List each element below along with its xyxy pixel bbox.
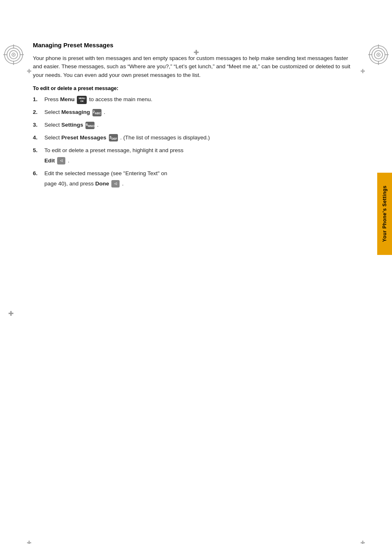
step-6-number: 6. — [33, 169, 44, 178]
step-5-key: ◁ — [57, 157, 65, 164]
step-3-key: 6MNO — [85, 122, 95, 129]
step-4-key: 3DEF — [109, 134, 118, 141]
step-5-content: To edit or delete a preset message, high… — [44, 146, 183, 155]
step-3-content: Select Settings 6MNO . — [44, 121, 351, 130]
page: ✚ ✚ ✚ ✚ ✚ ✚ ✚ Your Phone's Settings Mana… — [0, 41, 392, 544]
content-area: Managing Preset Messages Your phone is p… — [33, 41, 351, 234]
corner-decoration-tr — [368, 44, 389, 67]
step-4-bold: Preset Messages — [61, 134, 106, 141]
step-4: 4. Select Preset Messages 3DEF . (The li… — [33, 134, 351, 142]
key-3-label: 3DEF — [109, 136, 117, 140]
step-2: 2. Select Messaging 2ABC . — [33, 108, 351, 117]
step-3-number: 3. — [33, 121, 44, 130]
key-6-label: 6MNO — [86, 123, 95, 127]
step-1-key: MENU OK — [77, 96, 87, 104]
key-2-label: 2ABC — [93, 110, 101, 115]
crosshair-top: ✚ — [194, 49, 199, 56]
key-done-label: ◁ — [114, 182, 117, 185]
step-1-number: 1. — [33, 95, 44, 104]
steps-list: 1. Press Menu MENU OK to access the main… — [33, 95, 351, 188]
step-1-bold: Menu — [60, 96, 74, 102]
step-6-content: Edit the selected message (see "Entering… — [44, 169, 167, 178]
step-2-bold: Messaging — [61, 109, 90, 115]
side-tab-label: Your Phone's Settings — [382, 185, 387, 242]
side-tab: Your Phone's Settings — [377, 173, 392, 255]
section-heading: Managing Preset Messages — [33, 41, 351, 49]
step-1-content: Press Menu MENU OK to access the main me… — [44, 95, 351, 104]
step-2-content: Select Messaging 2ABC . — [44, 108, 351, 117]
crosshair-left: ✚ — [8, 309, 14, 317]
svg-point-4 — [13, 54, 14, 56]
inner-cross-bl: ✚ — [27, 539, 32, 544]
inner-cross-br: ✚ — [360, 539, 365, 544]
step-2-number: 2. — [33, 108, 44, 117]
key-menu-line2: OK — [80, 100, 83, 103]
step-1: 1. Press Menu MENU OK to access the main… — [33, 95, 351, 104]
instruction-heading: To edit or delete a preset message: — [33, 86, 351, 91]
step-6-row: 6. Edit the selected message (see "Enter… — [33, 169, 167, 178]
corner-decoration-tl — [3, 44, 24, 67]
step-5-bold: Edit — [44, 157, 55, 164]
step-4-number: 4. — [33, 134, 44, 142]
step-3-bold: Settings — [61, 122, 83, 128]
key-menu-line1: MENU — [78, 97, 85, 100]
inner-cross-tr: ✚ — [360, 68, 365, 74]
step-5: 5. To edit or delete a preset message, h… — [33, 146, 351, 165]
intro-paragraph: Your phone is preset with ten messages a… — [33, 54, 351, 80]
step-2-key: 2ABC — [92, 109, 101, 116]
step-4-content: Select Preset Messages 3DEF . (The list … — [44, 134, 351, 142]
step-5-row: 5. To edit or delete a preset message, h… — [33, 146, 183, 155]
inner-cross-tl: ✚ — [27, 68, 32, 74]
step-6-bold: Done — [95, 181, 109, 187]
step-3: 3. Select Settings 6MNO . — [33, 121, 351, 130]
step-6: 6. Edit the selected message (see "Enter… — [33, 169, 351, 188]
step-6-key: ◁ — [111, 180, 120, 188]
svg-point-13 — [378, 54, 379, 56]
key-edit-label: ◁ — [60, 159, 62, 162]
step-6-line2: page 40), and press Done ◁ . — [44, 180, 124, 188]
step-5-number: 5. — [33, 146, 44, 155]
step-5-line2: Edit ◁ . — [44, 157, 69, 165]
